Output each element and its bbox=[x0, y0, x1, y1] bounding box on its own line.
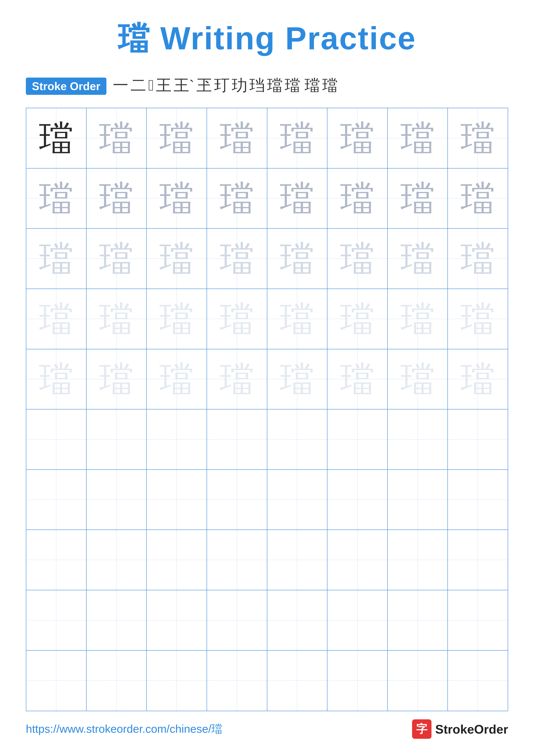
practice-char: 璫 bbox=[99, 241, 134, 276]
grid-cell[interactable] bbox=[327, 530, 388, 590]
practice-char: 璫 bbox=[99, 302, 134, 336]
grid-cell[interactable]: 璫 bbox=[327, 229, 388, 289]
grid-cell[interactable]: 璫 bbox=[448, 289, 508, 349]
grid-cell[interactable]: 璫 bbox=[147, 349, 207, 410]
grid-cell[interactable]: 璫 bbox=[267, 169, 328, 229]
grid-cell[interactable] bbox=[26, 651, 87, 711]
grid-cell[interactable] bbox=[448, 530, 508, 590]
grid-cell[interactable] bbox=[388, 410, 448, 470]
grid-cell[interactable] bbox=[87, 410, 147, 470]
grid-row-8 bbox=[26, 530, 508, 590]
grid-cell[interactable]: 璫 bbox=[267, 108, 328, 169]
footer: https://www.strokeorder.com/chinese/璫 字 … bbox=[26, 719, 508, 739]
stroke-char-5: 王` bbox=[174, 78, 194, 93]
grid-cell[interactable]: 璫 bbox=[388, 289, 448, 349]
grid-cell[interactable]: 璫 bbox=[26, 229, 87, 289]
practice-char: 璫 bbox=[99, 181, 134, 216]
grid-cell[interactable]: 璫 bbox=[448, 108, 508, 169]
grid-cell[interactable] bbox=[87, 470, 147, 530]
practice-char: 璫 bbox=[159, 121, 194, 155]
practice-char: 璫 bbox=[220, 121, 254, 155]
grid-cell[interactable] bbox=[147, 590, 207, 651]
grid-cell[interactable]: 璫 bbox=[147, 169, 207, 229]
grid-cell[interactable]: 璫 bbox=[87, 229, 147, 289]
grid-cell[interactable] bbox=[26, 530, 87, 590]
grid-cell[interactable]: 璫 bbox=[388, 169, 448, 229]
grid-cell[interactable] bbox=[147, 410, 207, 470]
grid-cell[interactable] bbox=[207, 590, 267, 651]
grid-cell[interactable]: 璫 bbox=[267, 349, 328, 410]
grid-cell[interactable] bbox=[147, 470, 207, 530]
grid-cell[interactable]: 璫 bbox=[26, 169, 87, 229]
grid-cell[interactable] bbox=[26, 410, 87, 470]
grid-cell[interactable]: 璫 bbox=[448, 169, 508, 229]
stroke-char-12: 璫 bbox=[305, 78, 320, 93]
grid-cell[interactable]: 璫 bbox=[87, 169, 147, 229]
grid-cell[interactable] bbox=[327, 590, 388, 651]
grid-cell[interactable]: 璫 bbox=[26, 108, 87, 169]
grid-cell[interactable] bbox=[388, 651, 448, 711]
grid-cell[interactable]: 璫 bbox=[26, 289, 87, 349]
practice-char: 璫 bbox=[461, 241, 495, 276]
grid-cell[interactable]: 璫 bbox=[207, 349, 267, 410]
grid-cell[interactable]: 璫 bbox=[147, 108, 207, 169]
grid-cell[interactable] bbox=[207, 651, 267, 711]
practice-char: 璫 bbox=[39, 241, 73, 276]
practice-char: 璫 bbox=[340, 362, 375, 396]
grid-cell[interactable]: 璫 bbox=[147, 289, 207, 349]
grid-cell[interactable]: 璫 bbox=[388, 108, 448, 169]
grid-cell[interactable] bbox=[87, 651, 147, 711]
grid-cell[interactable]: 璫 bbox=[207, 169, 267, 229]
grid-cell[interactable]: 璫 bbox=[327, 349, 388, 410]
grid-cell[interactable] bbox=[327, 651, 388, 711]
grid-cell[interactable] bbox=[448, 470, 508, 530]
grid-cell[interactable] bbox=[207, 470, 267, 530]
grid-cell[interactable]: 璫 bbox=[388, 349, 448, 410]
grid-cell[interactable] bbox=[448, 651, 508, 711]
grid-cell[interactable] bbox=[388, 530, 448, 590]
grid-cell[interactable] bbox=[26, 590, 87, 651]
grid-cell[interactable] bbox=[327, 470, 388, 530]
grid-cell[interactable]: 璫 bbox=[388, 229, 448, 289]
grid-cell[interactable] bbox=[147, 530, 207, 590]
grid-cell[interactable] bbox=[26, 470, 87, 530]
grid-cell[interactable]: 璫 bbox=[267, 289, 328, 349]
grid-cell[interactable] bbox=[87, 590, 147, 651]
grid-cell[interactable] bbox=[448, 590, 508, 651]
grid-cell[interactable] bbox=[267, 651, 328, 711]
grid-row-3: 璫 璫 璫 璫 璫 璫 璫 璫 bbox=[26, 229, 508, 289]
grid-cell[interactable]: 璫 bbox=[327, 108, 388, 169]
grid-cell[interactable]: 璫 bbox=[87, 108, 147, 169]
practice-char: 璫 bbox=[99, 362, 134, 396]
practice-char: 璫 bbox=[400, 362, 435, 396]
practice-char: 璫 bbox=[159, 302, 194, 336]
grid-cell[interactable] bbox=[267, 530, 328, 590]
grid-cell[interactable]: 璫 bbox=[207, 108, 267, 169]
grid-cell[interactable]: 璫 bbox=[26, 349, 87, 410]
grid-cell[interactable]: 璫 bbox=[327, 289, 388, 349]
grid-cell[interactable] bbox=[87, 530, 147, 590]
grid-cell[interactable]: 璫 bbox=[267, 229, 328, 289]
grid-row-9 bbox=[26, 590, 508, 651]
grid-cell[interactable] bbox=[327, 410, 388, 470]
stroke-char-11: 璫 bbox=[285, 78, 300, 93]
grid-cell[interactable]: 璫 bbox=[448, 229, 508, 289]
grid-cell[interactable]: 璫 bbox=[207, 229, 267, 289]
grid-cell[interactable]: 璫 bbox=[87, 289, 147, 349]
grid-cell[interactable] bbox=[207, 410, 267, 470]
grid-cell[interactable]: 璫 bbox=[87, 349, 147, 410]
grid-cell[interactable]: 璫 bbox=[207, 289, 267, 349]
grid-cell[interactable] bbox=[267, 470, 328, 530]
grid-cell[interactable] bbox=[267, 590, 328, 651]
practice-char: 璫 bbox=[400, 302, 435, 336]
practice-char: 璫 bbox=[159, 241, 194, 276]
grid-cell[interactable] bbox=[388, 470, 448, 530]
grid-cell[interactable] bbox=[267, 410, 328, 470]
grid-cell[interactable]: 璫 bbox=[327, 169, 388, 229]
grid-cell[interactable] bbox=[207, 530, 267, 590]
grid-cell[interactable] bbox=[388, 590, 448, 651]
grid-cell[interactable] bbox=[448, 410, 508, 470]
grid-cell[interactable]: 璫 bbox=[448, 349, 508, 410]
grid-cell[interactable]: 璫 bbox=[147, 229, 207, 289]
grid-cell[interactable] bbox=[147, 651, 207, 711]
